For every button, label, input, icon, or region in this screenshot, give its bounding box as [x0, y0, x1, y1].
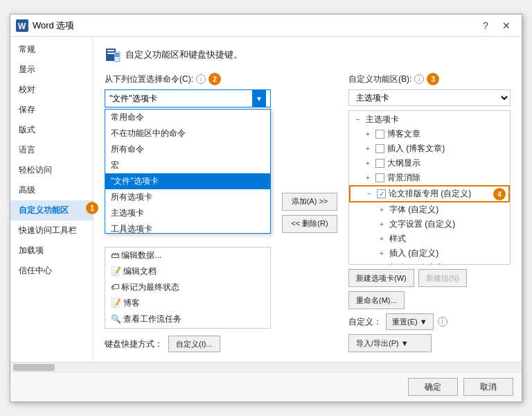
sidebar-item-advanced[interactable]: 高级: [10, 180, 93, 200]
left-info-icon[interactable]: i: [196, 74, 206, 84]
svg-text:W: W: [18, 21, 26, 31]
tree-new-group[interactable]: + 新建组 (自定义): [349, 261, 510, 265]
checkbox-paper[interactable]: [377, 189, 386, 198]
sidebar-item-quick-access[interactable]: 快速访问工具栏: [10, 220, 93, 241]
checkbox-blog[interactable]: [375, 130, 384, 139]
help-button[interactable]: ?: [476, 16, 495, 35]
title-bar: W Word 选项 ? ✕: [10, 15, 522, 37]
sidebar-item-display[interactable]: 显示: [10, 60, 93, 80]
customize-label: 自定义：: [348, 316, 382, 328]
tree-blog-article[interactable]: + 博客文章: [349, 127, 510, 141]
sidebar-item-layout[interactable]: 版式: [10, 120, 93, 140]
import-export-button[interactable]: 导入/导出(P) ▼: [348, 334, 432, 352]
ribbon-tree[interactable]: − 主选项卡 + 博客文章 + 插入 (博客: [348, 110, 511, 265]
list-item-all-commands[interactable]: 所有命令: [105, 141, 270, 157]
tree-styles[interactable]: + 样式: [349, 232, 510, 246]
reset-button[interactable]: 重置(E) ▼: [386, 313, 434, 330]
list-item-common[interactable]: 常用命令: [105, 110, 270, 125]
rename-button[interactable]: 重命名(M)...: [348, 291, 405, 309]
sidebar-item-language[interactable]: 语言: [10, 140, 93, 160]
left-column: 从下列位置选择命令(C): i 2 "文件"选项卡 ▼ 常用命令 不在功能区中的…: [105, 73, 271, 352]
svg-rect-6: [115, 53, 119, 55]
list-item-not-in-ribbon[interactable]: 不在功能区中的命令: [105, 125, 270, 141]
command-list[interactable]: 🗃 编辑数据... 📝 编辑文档 🏷 标记为最终状态 📝 博客 🔍 查看工作流任…: [105, 247, 271, 329]
ribbon-target-select[interactable]: 主选项卡: [348, 89, 511, 106]
list-item-tool-tabs[interactable]: 工具选项卡: [105, 221, 270, 234]
sidebar-item-customize-ribbon[interactable]: 自定义功能区 1: [10, 200, 93, 220]
middle-buttons: 添加(A) >> << 删除(R): [279, 193, 340, 233]
cmd-signatures[interactable]: ✏ 查看签名: [105, 327, 270, 329]
expand-icon[interactable]: +: [377, 234, 387, 244]
sidebar-item-addins[interactable]: 加载项: [10, 241, 93, 261]
panel-title: 自定义功能区和键盘快捷键。: [105, 46, 511, 63]
ok-button[interactable]: 确定: [408, 378, 458, 396]
command-source-list[interactable]: 常用命令 不在功能区中的命令 所有命令 宏 "文件"选项卡 所有选项卡 主选项卡…: [105, 109, 271, 234]
expand-icon[interactable]: −: [353, 115, 363, 125]
badge-2: 2: [209, 73, 221, 85]
badge-4: 4: [493, 188, 506, 200]
tree-label: 主选项卡: [366, 114, 506, 125]
content-area: 常规 显示 校对 保存 版式 语言 轻松访问 高级 自定义功能区 1 快速访问工…: [10, 37, 522, 362]
dropdown-arrow: ▼: [252, 90, 266, 107]
horizontal-scrollbar[interactable]: [10, 362, 522, 372]
sidebar-item-accessibility[interactable]: 轻松访问: [10, 160, 93, 180]
tree-outline[interactable]: + 大纲显示: [349, 156, 510, 171]
list-item-file-tab[interactable]: "文件"选项卡: [105, 173, 270, 189]
bottom-bar: 确定 取消: [10, 372, 522, 401]
cmd-edit-data[interactable]: 🗃 编辑数据...: [105, 248, 270, 263]
badge-3: 3: [427, 73, 439, 85]
sidebar-item-label: 自定义功能区: [19, 205, 69, 215]
tree-main-tabs-header: − 主选项卡: [349, 112, 510, 127]
cmd-workflow[interactable]: 🔍 查看工作流任务: [105, 311, 270, 327]
remove-button[interactable]: << 删除(R): [282, 215, 337, 233]
keyboard-customize-button[interactable]: 自定义(I)...: [168, 336, 220, 352]
cmd-blog[interactable]: 📝 博客: [105, 295, 270, 311]
checkbox-bg-removal[interactable]: [375, 173, 384, 182]
expand-icon[interactable]: +: [377, 263, 387, 266]
window-title: Word 选项: [33, 19, 476, 32]
customize-info-icon[interactable]: i: [438, 317, 447, 327]
command-source-dropdown[interactable]: "文件"选项卡 ▼: [105, 89, 271, 107]
close-button[interactable]: ✕: [497, 16, 516, 35]
cmd-edit-doc[interactable]: 📝 编辑文档: [105, 263, 270, 279]
expand-icon[interactable]: +: [363, 130, 373, 139]
tree-bg-removal[interactable]: + 背景消除: [349, 171, 510, 185]
keyboard-label: 键盘快捷方式：: [105, 338, 163, 350]
right-info-icon[interactable]: i: [414, 74, 424, 84]
expand-icon[interactable]: +: [363, 173, 373, 183]
word-options-window: W Word 选项 ? ✕ 常规 显示 校对 保存 版式 语言 轻松访问 高级 …: [10, 14, 522, 402]
checkbox-outline[interactable]: [375, 159, 384, 168]
left-column-label: 从下列位置选择命令(C): i 2: [105, 73, 271, 85]
cmd-mark-final[interactable]: 🏷 标记为最终状态: [105, 279, 270, 295]
right-column: 自定义功能区(B): i 3 主选项卡 − 主选项卡: [348, 73, 511, 352]
sidebar-item-general[interactable]: 常规: [10, 40, 93, 60]
panel-title-text: 自定义功能区和键盘快捷键。: [125, 49, 242, 61]
svg-rect-7: [115, 55, 119, 57]
sidebar-item-trust-center[interactable]: 信任中心: [10, 261, 93, 281]
expand-icon[interactable]: +: [363, 144, 373, 154]
right-column-label: 自定义功能区(B): i 3: [348, 73, 511, 85]
expand-icon[interactable]: −: [364, 189, 374, 199]
cancel-button[interactable]: 取消: [463, 378, 513, 396]
tree-insert-custom[interactable]: + 插入 (自定义): [349, 246, 510, 261]
svg-rect-4: [107, 53, 114, 54]
tree-text-settings[interactable]: + 文字设置 (自定义): [349, 217, 510, 232]
add-button[interactable]: 添加(A) >>: [282, 193, 337, 211]
sidebar-item-save[interactable]: 保存: [10, 100, 93, 120]
expand-icon[interactable]: +: [377, 205, 387, 215]
customize-icon: [105, 46, 121, 63]
list-item-main-tabs[interactable]: 主选项卡: [105, 205, 270, 221]
checkbox-insert-blog[interactable]: [375, 144, 384, 153]
hscroll-thumb[interactable]: [13, 364, 55, 371]
sidebar-item-proofing[interactable]: 校对: [10, 80, 93, 100]
list-item-macros[interactable]: 宏: [105, 157, 270, 173]
tree-paper-typesetting[interactable]: − 论文排版专用 (自定义) 4: [349, 185, 510, 202]
expand-icon[interactable]: +: [377, 220, 387, 229]
tree-insert-blog[interactable]: + 插入 (博客文章): [349, 141, 510, 156]
list-item-all-tabs[interactable]: 所有选项卡: [105, 189, 270, 205]
expand-icon[interactable]: +: [363, 159, 373, 168]
expand-icon[interactable]: +: [377, 249, 387, 259]
new-group-button[interactable]: 新建组(N): [418, 269, 467, 287]
new-tab-button[interactable]: 新建选项卡(W): [348, 269, 414, 287]
tree-font[interactable]: + 字体 (自定义): [349, 202, 510, 217]
